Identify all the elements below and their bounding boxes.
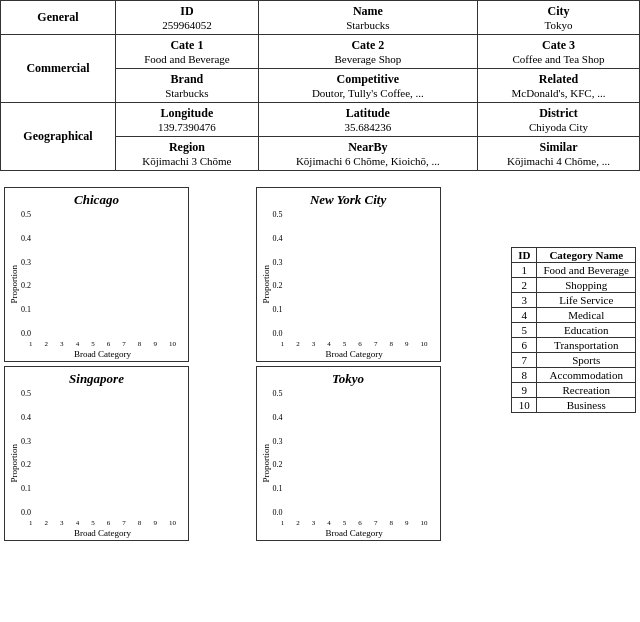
y-tick: 0.1 xyxy=(273,305,283,314)
x-tick: 2 xyxy=(45,519,49,527)
legend-cell: Accommodation xyxy=(537,368,636,383)
y-tick: 0.0 xyxy=(273,508,283,517)
legend-cell: Transportation xyxy=(537,338,636,353)
table-cell: Cate 1Food and Beverage xyxy=(116,35,259,69)
x-tick: 5 xyxy=(91,519,95,527)
x-tick: 10 xyxy=(169,340,176,348)
chart-box-tokyo: TokyoProportion0.50.40.30.20.10.01234567… xyxy=(256,366,441,541)
x-tick: 7 xyxy=(374,519,378,527)
x-tick: 4 xyxy=(327,519,331,527)
y-tick: 0.2 xyxy=(273,460,283,469)
x-axis-label: Broad Category xyxy=(273,528,436,538)
legend-cell: Medical xyxy=(537,308,636,323)
charts-grid: ChicagoProportion0.50.40.30.20.10.012345… xyxy=(4,187,503,541)
section-label-geographical: Geographical xyxy=(1,103,116,171)
x-tick: 1 xyxy=(29,340,33,348)
table-cell: CompetitiveDoutor, Tully's Coffee, ... xyxy=(258,69,477,103)
x-tick: 4 xyxy=(76,519,80,527)
chart-title: Chicago xyxy=(74,192,119,208)
table-cell: Cate 2Beverage Shop xyxy=(258,35,477,69)
legend-cell: 7 xyxy=(512,353,537,368)
legend-cell: 4 xyxy=(512,308,537,323)
legend-cell: 8 xyxy=(512,368,537,383)
x-axis-label: Broad Category xyxy=(21,349,184,359)
table-cell: Longitude139.7390476 xyxy=(116,103,259,137)
x-tick: 9 xyxy=(405,519,409,527)
legend-cell: 9 xyxy=(512,383,537,398)
y-tick: 0.5 xyxy=(21,210,31,219)
x-axis-label: Broad Category xyxy=(21,528,184,538)
legend-cell: Food and Beverage xyxy=(537,263,636,278)
x-tick: 7 xyxy=(374,340,378,348)
y-tick: 0.4 xyxy=(21,413,31,422)
x-tick: 5 xyxy=(343,519,347,527)
y-tick: 0.4 xyxy=(21,234,31,243)
x-tick: 8 xyxy=(138,340,142,348)
x-tick: 9 xyxy=(153,340,157,348)
table-cell: DistrictChiyoda City xyxy=(477,103,639,137)
legend-area: IDCategory Name1Food and Beverage2Shoppi… xyxy=(503,187,636,541)
legend-cell: Shopping xyxy=(537,278,636,293)
x-tick: 9 xyxy=(153,519,157,527)
y-tick: 0.3 xyxy=(273,258,283,267)
x-tick: 9 xyxy=(405,340,409,348)
x-tick: 2 xyxy=(296,340,300,348)
legend-header: ID xyxy=(512,248,537,263)
y-tick: 0.4 xyxy=(273,234,283,243)
section-label-commercial: Commercial xyxy=(1,35,116,103)
y-tick: 0.2 xyxy=(273,281,283,290)
x-tick: 3 xyxy=(312,519,316,527)
x-tick: 3 xyxy=(60,519,64,527)
x-tick: 4 xyxy=(76,340,80,348)
x-tick: 4 xyxy=(327,340,331,348)
section-label-general: General xyxy=(1,1,116,35)
legend-cell: 6 xyxy=(512,338,537,353)
x-tick: 1 xyxy=(281,340,285,348)
legend-cell: Sports xyxy=(537,353,636,368)
y-tick: 0.5 xyxy=(273,210,283,219)
x-tick: 10 xyxy=(421,340,428,348)
legend-cell: Life Service xyxy=(537,293,636,308)
y-tick: 0.4 xyxy=(273,413,283,422)
chart-title: Singapore xyxy=(69,371,124,387)
x-tick: 8 xyxy=(389,340,393,348)
y-axis-label: Proportion xyxy=(261,444,271,483)
y-tick: 0.2 xyxy=(21,460,31,469)
y-tick: 0.3 xyxy=(21,258,31,267)
x-tick: 5 xyxy=(91,340,95,348)
table-cell: NearByKōjimachi 6 Chōme, Kioichō, ... xyxy=(258,137,477,171)
legend-cell: 5 xyxy=(512,323,537,338)
x-tick: 10 xyxy=(421,519,428,527)
table-cell: ID259964052 xyxy=(116,1,259,35)
y-tick: 0.2 xyxy=(21,281,31,290)
info-table: GeneralID259964052NameStarbucksCityTokyo… xyxy=(0,0,640,171)
x-tick: 3 xyxy=(312,340,316,348)
legend-cell: Education xyxy=(537,323,636,338)
x-tick: 8 xyxy=(138,519,142,527)
legend-table: IDCategory Name1Food and Beverage2Shoppi… xyxy=(511,247,636,413)
legend-cell: 2 xyxy=(512,278,537,293)
x-tick: 1 xyxy=(29,519,33,527)
x-tick: 10 xyxy=(169,519,176,527)
table-cell: BrandStarbucks xyxy=(116,69,259,103)
legend-cell: Recreation xyxy=(537,383,636,398)
table-cell: CityTokyo xyxy=(477,1,639,35)
legend-cell: 10 xyxy=(512,398,537,413)
y-tick: 0.0 xyxy=(21,508,31,517)
y-tick: 0.5 xyxy=(273,389,283,398)
table-cell: RelatedMcDonald's, KFC, ... xyxy=(477,69,639,103)
legend-cell: 3 xyxy=(512,293,537,308)
chart-title: New York City xyxy=(310,192,386,208)
x-tick: 6 xyxy=(358,340,362,348)
y-axis-label: Proportion xyxy=(9,444,19,483)
y-tick: 0.0 xyxy=(21,329,31,338)
y-tick: 0.1 xyxy=(21,484,31,493)
chart-box-new-york-city: New York CityProportion0.50.40.30.20.10.… xyxy=(256,187,441,362)
chart-box-singapore: SingaporeProportion0.50.40.30.20.10.0123… xyxy=(4,366,189,541)
x-tick: 8 xyxy=(389,519,393,527)
table-cell: NameStarbucks xyxy=(258,1,477,35)
x-tick: 6 xyxy=(358,519,362,527)
table-cell: SimilarKōjimachi 4 Chōme, ... xyxy=(477,137,639,171)
table-cell: RegionKōjimachi 3 Chōme xyxy=(116,137,259,171)
chart-title: Tokyo xyxy=(332,371,364,387)
